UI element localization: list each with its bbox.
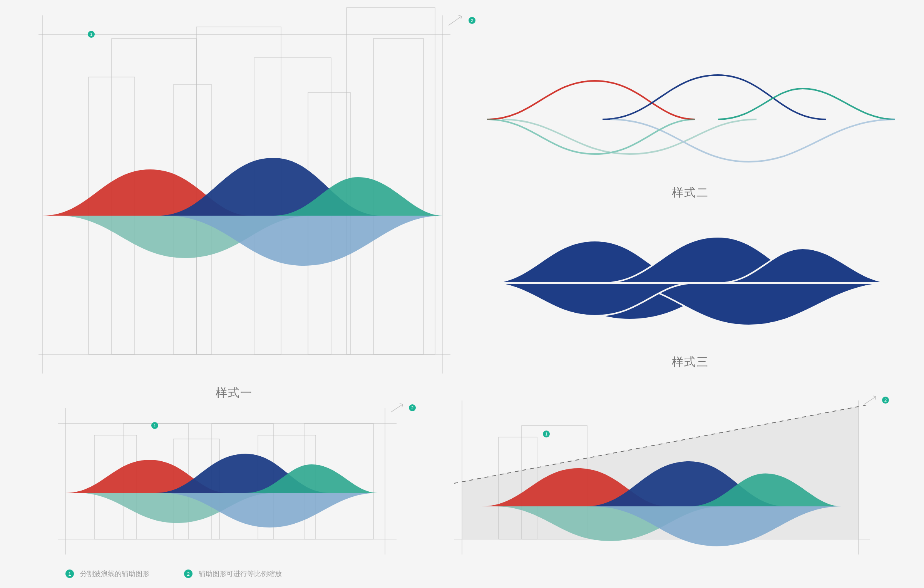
marker-2-panel1: 2 <box>449 15 475 26</box>
panel-style-one <box>38 15 462 374</box>
marker-1-panel5: 1 <box>543 431 550 437</box>
panel-style-two <box>487 73 895 173</box>
legend-text-2: 辅助图形可进行等比例缩放 <box>199 569 282 578</box>
marker-1-panel4: 1 <box>151 422 158 429</box>
legend-text-1: 分割波浪线的辅助图形 <box>80 569 149 578</box>
legend-item-1: 1 分割波浪线的辅助图形 <box>65 569 149 578</box>
legend: 1 分割波浪线的辅助图形 2 辅助图形可进行等比例缩放 <box>65 569 282 578</box>
caption-style-three: 样式三 <box>672 354 709 370</box>
panel-scaled-construction <box>454 400 878 554</box>
legend-badge-2: 2 <box>184 570 192 578</box>
marker-2-panel4: 2 <box>391 403 416 413</box>
svg-line-23 <box>391 404 403 412</box>
marker-2-panel5: 2 <box>864 395 889 405</box>
marker-1-panel1: 1 <box>88 31 95 38</box>
legend-item-2: 2 辅助图形可进行等比例缩放 <box>184 569 282 578</box>
legend-badge-1: 1 <box>65 570 74 578</box>
panel-style-three <box>487 231 895 339</box>
svg-line-31 <box>864 397 876 404</box>
panel-construction-small <box>58 408 404 554</box>
caption-style-one: 样式一 <box>216 385 253 401</box>
svg-line-12 <box>449 16 462 25</box>
caption-style-two: 样式二 <box>672 185 709 201</box>
